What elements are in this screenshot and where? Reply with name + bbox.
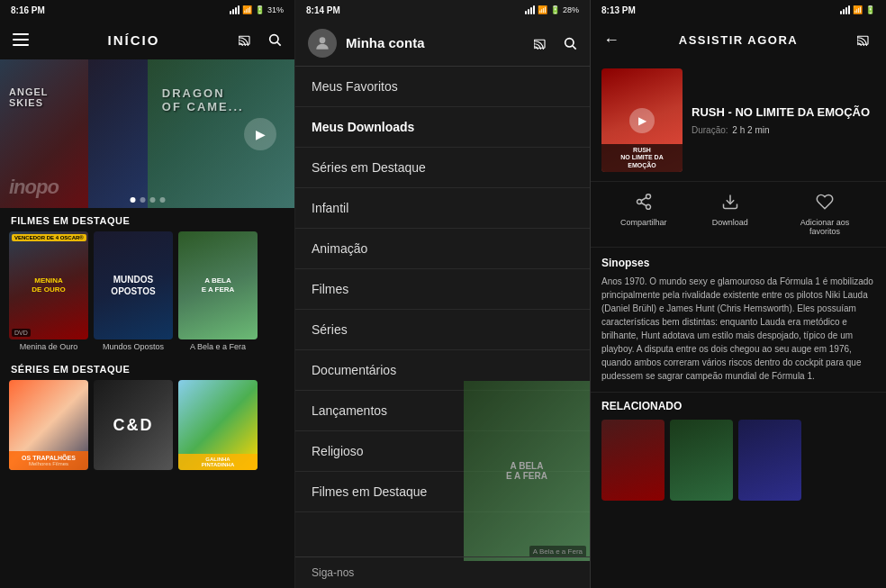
detail-movie-card: ▶ RUSHNO LIMITE DAEMOÇÃO RUSH - NO LIMIT… <box>591 59 886 182</box>
detail-movie-poster[interactable]: ▶ RUSHNO LIMITE DAEMOÇÃO <box>601 68 683 172</box>
battery-icon-3: 🔋 <box>865 5 875 14</box>
detail-synopsis-section: Sinopses Anos 1970. O mundo sexy e glamo… <box>591 248 886 393</box>
movie-card-2[interactable]: MUNDOSOPOSTOS Mundos Opostos <box>94 231 173 351</box>
status-bar-3: 8:13 PM 📶 🔋 <box>591 0 886 20</box>
poster-bg-2: MUNDOSOPOSTOS <box>94 231 173 339</box>
movie-card-1[interactable]: MENINADE OURO VENCEDOR DE 4 OSCAR® DVD M… <box>9 231 88 351</box>
menu-item-infantil[interactable]: Infantil <box>295 188 590 229</box>
hamburger-menu-icon[interactable] <box>13 33 29 46</box>
hero-pagination-dots <box>130 197 165 203</box>
menu-item-series-label: Séries <box>312 322 348 337</box>
search-icon[interactable] <box>267 32 282 47</box>
menu-item-favoritos-label: Meus Favoritos <box>312 79 398 94</box>
menu-top-bar: Minha conta <box>295 20 590 67</box>
series-card-3[interactable]: GALINHAPINTADINHA <box>178 380 258 470</box>
svg-point-5 <box>270 35 278 43</box>
series-row: OS TRAPALHÕES Melhores Filmes C&D GALINH… <box>0 380 294 475</box>
related-movies-row <box>601 420 875 501</box>
hero-banner: ANGELSKIES DRAGONOF CAME... inopo ▶ <box>0 59 294 208</box>
synopsis-body: Anos 1970. O mundo sexy e glamouroso da … <box>601 275 875 383</box>
top-bar-icons-home <box>239 32 282 47</box>
detail-related-section: RELACIONADO <box>591 393 886 508</box>
duration-label: Duração: 2 h 2 min <box>692 125 875 135</box>
search-icon-2[interactable] <box>563 36 577 50</box>
svg-line-11 <box>573 46 576 50</box>
menu-item-downloads-label: Meus Downloads <box>312 120 414 134</box>
series-poster-1: OS TRAPALHÕES Melhores Filmes <box>9 380 88 470</box>
download-button[interactable]: Download <box>712 193 748 236</box>
films-row: MENINADE OURO VENCEDOR DE 4 OSCAR® DVD M… <box>0 231 294 357</box>
synopsis-title: Sinopses <box>601 257 875 269</box>
cast-icon[interactable] <box>239 33 255 46</box>
status-bar-2: 8:14 PM 📶 🔋 28% <box>295 0 590 20</box>
cast-icon-2[interactable] <box>534 37 550 50</box>
series-card-1[interactable]: OS TRAPALHÕES Melhores Filmes <box>9 380 88 470</box>
download-icon <box>721 193 739 214</box>
status-time-2: 8:14 PM <box>306 5 340 15</box>
status-icons-1: 📶 🔋 31% <box>230 5 284 14</box>
back-button[interactable]: ← <box>603 31 619 50</box>
svg-point-7 <box>320 37 326 43</box>
download-label: Download <box>712 218 748 227</box>
user-name: Minha conta <box>346 35 425 50</box>
svg-line-18 <box>641 197 646 200</box>
signal-icon-3 <box>840 5 850 14</box>
hero-brand-text: inopo <box>9 176 59 199</box>
favorite-label: Adicionar aos favoritos <box>793 218 856 236</box>
cast-icon-3[interactable] <box>857 33 873 46</box>
related-card-1[interactable] <box>601 420 664 501</box>
related-card-2[interactable] <box>670 420 733 501</box>
menu-item-infantil-label: Infantil <box>312 201 348 215</box>
detail-poster-text: RUSHNO LIMITE DAEMOÇÃO <box>601 144 683 172</box>
movie-poster-3: A BELAE A FERA <box>178 231 258 339</box>
battery-pct-2: 28% <box>563 5 579 14</box>
dot-3 <box>149 197 155 203</box>
svg-point-15 <box>637 200 641 204</box>
series-section-title: SÉRIES EM DESTAQUE <box>0 357 294 380</box>
series-poster-3: GALINHAPINTADINHA <box>178 380 258 470</box>
favorite-button[interactable]: Adicionar aos favoritos <box>793 193 856 236</box>
battery-icon-1: 🔋 <box>255 5 265 14</box>
status-time-1: 8:16 PM <box>11 5 45 15</box>
panel-home: 8:16 PM 📶 🔋 31% INÍCIO <box>0 0 295 588</box>
menu-item-favoritos[interactable]: Meus Favoritos <box>295 67 590 107</box>
duration-value: 2 h 2 min <box>732 125 769 135</box>
status-icons-2: 📶 🔋 28% <box>525 5 579 14</box>
wifi-icon-2: 📶 <box>538 5 547 14</box>
battery-pct-1: 31% <box>267 5 284 14</box>
wifi-icon-3: 📶 <box>853 5 863 14</box>
dot-4 <box>159 197 165 203</box>
dvd-badge: DVD <box>12 329 31 337</box>
battery-icon-2: 🔋 <box>550 5 560 14</box>
movie-poster-2: MUNDOSOPOSTOS <box>94 231 173 339</box>
menu-item-series[interactable]: Séries <box>295 310 590 350</box>
panel-detail: 8:13 PM 📶 🔋 ← ASSISTIR AGORA <box>591 0 886 588</box>
menu-item-filmes[interactable]: Filmes <box>295 269 590 310</box>
share-button[interactable]: Compartilhar <box>620 193 667 236</box>
related-title: RELACIONADO <box>601 400 875 412</box>
follow-us-label: Siga-nos <box>312 566 354 579</box>
menu-item-animacao[interactable]: Animação <box>295 229 590 269</box>
films-section-title: FILMES EM DESTAQUE <box>0 208 294 231</box>
poster-bg-1: MENINADE OURO <box>9 231 88 339</box>
movie-card-3[interactable]: A BELAE A FERA A Bela e a Fera <box>178 231 258 351</box>
menu-item-religioso-label: Religioso <box>312 444 364 458</box>
detail-play-button[interactable]: ▶ <box>629 108 655 133</box>
dot-1 <box>130 197 135 203</box>
svg-rect-0 <box>13 33 29 35</box>
movie-label-2: Mundos Opostos <box>94 342 173 351</box>
hero-play-button[interactable]: ▶ <box>244 118 276 150</box>
user-avatar <box>308 29 337 58</box>
signal-icon-2 <box>525 5 535 14</box>
menu-item-series-destaque[interactable]: Séries em Destaque <box>295 148 590 188</box>
detail-top-label: ASSISTIR AGORA <box>679 33 798 47</box>
signal-icon-1 <box>230 5 240 14</box>
svg-point-16 <box>646 204 650 209</box>
menu-item-downloads[interactable]: Meus Downloads <box>295 107 590 148</box>
svg-line-6 <box>277 42 281 46</box>
detail-top-bar: ← ASSISTIR AGORA <box>591 20 886 59</box>
related-card-3[interactable] <box>738 420 801 501</box>
svg-line-17 <box>641 203 646 205</box>
series-card-2[interactable]: C&D <box>94 380 173 470</box>
movie-poster-1: MENINADE OURO VENCEDOR DE 4 OSCAR® DVD <box>9 231 88 339</box>
